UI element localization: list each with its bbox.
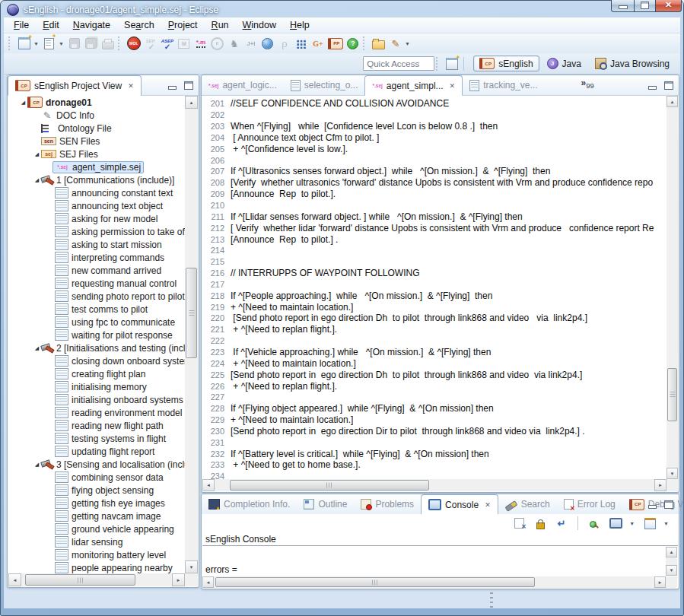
minimize-editor-button[interactable] bbox=[645, 79, 659, 91]
bottom-tab-problems[interactable]: Problems bbox=[354, 494, 421, 514]
tree-item-doc-info[interactable]: ✎DOC Info bbox=[8, 109, 185, 122]
tree-item-updating-flight-report[interactable]: updating flight report bbox=[8, 445, 185, 458]
scroll-right-button[interactable]: ► bbox=[654, 479, 667, 491]
scroll-left-button[interactable]: ◄ bbox=[202, 576, 214, 588]
new-wizard-button[interactable] bbox=[17, 36, 31, 51]
scroll-left-button[interactable]: ◄ bbox=[8, 573, 21, 586]
tree-item-monitoring-battery-level[interactable]: monitoring battery level bbox=[8, 548, 185, 561]
brush-button[interactable]: ✎ bbox=[389, 36, 402, 51]
vscroll-thumb[interactable] bbox=[667, 368, 677, 422]
console-hscrollbar[interactable]: ◄ ► bbox=[202, 576, 666, 588]
perspective-java-browsing[interactable]: Java Browsing bbox=[589, 56, 676, 71]
hscroll-thumb[interactable] bbox=[230, 480, 429, 491]
menu-item-search[interactable]: Search bbox=[117, 18, 161, 32]
e-circle-button[interactable]: E bbox=[211, 36, 224, 51]
new-element-button[interactable] bbox=[43, 36, 56, 51]
tree-item-initialising-memory[interactable]: initialising memory bbox=[8, 380, 185, 393]
tree-expand-icon[interactable]: ◢ bbox=[19, 100, 27, 106]
tree-item-1-communications-include[interactable]: ◢1 [Communications (include)] bbox=[8, 173, 185, 186]
m-document-button[interactable]: M bbox=[177, 36, 191, 51]
maximize-panel-button[interactable] bbox=[662, 498, 676, 510]
pp-book-button[interactable]: PP bbox=[328, 36, 343, 51]
menu-item-edit[interactable]: Edit bbox=[36, 18, 66, 32]
editor-tab-tracking-ve[interactable]: tracking_ve... bbox=[463, 75, 544, 95]
menu-item-project[interactable]: Project bbox=[161, 18, 205, 32]
scroll-right-button[interactable]: ► bbox=[172, 573, 185, 586]
editor-vscrollbar[interactable]: ▲ ▼ bbox=[667, 96, 678, 479]
status-bar-grip[interactable] bbox=[490, 592, 493, 608]
restore-button[interactable] bbox=[635, 0, 655, 12]
close-button[interactable]: ✕ bbox=[655, 0, 682, 12]
close-tab-icon[interactable]: ✕ bbox=[450, 82, 456, 90]
minimize-panel-button[interactable] bbox=[645, 498, 659, 510]
project-tree-vscrollbar[interactable]: ▲ ▼ bbox=[185, 96, 198, 573]
project-tree[interactable]: ◢CPdronage01✎DOC InfoOntology FilesenSEN… bbox=[8, 96, 185, 573]
tree-item-agent-simple-sej[interactable]: *.sejagent_simple.sej bbox=[8, 160, 185, 173]
toolbar-grip[interactable] bbox=[363, 37, 367, 50]
tree-item-3-sensing-and-localisation-include[interactable]: ◢3 [Sensing and localisation (include bbox=[8, 458, 185, 471]
j-to-i-button[interactable]: J+I bbox=[244, 36, 258, 51]
tree-item-ontology-file[interactable]: Ontology File bbox=[8, 122, 185, 135]
editor-overflow-indicator[interactable]: » 99 bbox=[581, 75, 594, 95]
code-editor-area[interactable]: 201//SELF CONFIDENCE AND COLLISION AVOID… bbox=[202, 98, 667, 479]
clear-console-button[interactable] bbox=[512, 516, 526, 531]
bottom-tab-error-log[interactable]: Error Log bbox=[557, 494, 622, 514]
tree-item-waiting-for-pilot-response[interactable]: waiting for pilot response bbox=[8, 329, 185, 341]
editor-tab-agent-simpl[interactable]: *.sejagent_simpl...✕ bbox=[364, 75, 463, 96]
tree-item-sen-files[interactable]: senSEN Files bbox=[8, 135, 185, 148]
tree-item-announcing-constant-text[interactable]: announcing constant text bbox=[8, 186, 185, 199]
hscroll-thumb[interactable] bbox=[215, 577, 535, 587]
tree-item-asking-permission-to-take-off[interactable]: asking permission to take off bbox=[8, 225, 185, 238]
scroll-down-button[interactable]: ▼ bbox=[667, 468, 678, 479]
bottom-tab-search[interactable]: Search bbox=[498, 494, 557, 514]
tree-item-asking-to-start-mission[interactable]: asking to start mission bbox=[8, 238, 185, 251]
tree-item-announcing-text-object[interactable]: announcing text object bbox=[8, 199, 185, 212]
scroll-lock-button[interactable] bbox=[533, 516, 547, 531]
tree-item-dronage01[interactable]: ◢CPdronage01 bbox=[8, 96, 185, 109]
globe-button[interactable] bbox=[261, 36, 275, 51]
menu-item-window[interactable]: Window bbox=[236, 18, 283, 32]
tree-item-ground-vehicle-appearing[interactable]: ground vehicle appearing bbox=[8, 522, 185, 535]
tree-item-people-appearing-nearby[interactable]: people appearing nearby bbox=[8, 561, 185, 573]
tree-item-combining-sensor-data[interactable]: combining sensor data bbox=[8, 471, 185, 484]
perspective-java[interactable]: JJava bbox=[541, 56, 587, 71]
dot-grid-button[interactable] bbox=[294, 36, 308, 51]
save-button[interactable] bbox=[68, 36, 81, 51]
editor-tab-selecting-o[interactable]: selecting_o... bbox=[284, 75, 365, 95]
vscroll-thumb[interactable] bbox=[186, 268, 197, 358]
dropdown-arrow-icon[interactable]: ▼ bbox=[405, 41, 410, 46]
console-output[interactable]: errors = bbox=[202, 547, 666, 576]
tree-item-getting-navcam-image[interactable]: getting navcam image bbox=[8, 510, 185, 522]
menu-item-navigate[interactable]: Navigate bbox=[66, 18, 117, 32]
bottom-tab-completion-info[interactable]: Completion Info. bbox=[202, 494, 297, 514]
dropdown-arrow-icon[interactable]: ▼ bbox=[629, 521, 635, 526]
tree-item-closing-down-onboard-systems[interactable]: closing down onboard systems bbox=[8, 354, 185, 367]
maximize-editor-button[interactable] bbox=[662, 79, 676, 91]
perspective-senglish[interactable]: CPsEnglish bbox=[473, 56, 539, 71]
open-perspective-button[interactable] bbox=[445, 56, 459, 71]
maximize-view-button[interactable] bbox=[182, 79, 196, 91]
scroll-left-button[interactable]: ◄ bbox=[202, 479, 215, 491]
display-console-button[interactable] bbox=[609, 516, 622, 531]
bottom-tab-outline[interactable]: Outline bbox=[297, 494, 354, 514]
save-all-button[interactable] bbox=[84, 36, 98, 51]
tree-item-reading-new-flight-path[interactable]: reading new flight path bbox=[8, 419, 185, 432]
tree-item-2-initialisations-and-testing-include[interactable]: ◢2 [Initialisations and testing (include bbox=[8, 341, 185, 354]
rho-button[interactable]: ρ bbox=[278, 36, 291, 51]
tree-item-sej-files[interactable]: ◢sejSEJ Files bbox=[8, 148, 185, 160]
menu-item-file[interactable]: File bbox=[7, 18, 36, 32]
minimize-view-button[interactable] bbox=[165, 79, 179, 91]
tree-item-getting-fish-eye-images[interactable]: getting fish eye images bbox=[8, 497, 185, 510]
open-folder-button[interactable] bbox=[372, 36, 386, 51]
dropdown-arrow-icon[interactable]: ▼ bbox=[59, 41, 64, 46]
toolbar-grip[interactable] bbox=[118, 37, 122, 50]
toolbar-grip[interactable] bbox=[8, 37, 13, 50]
tree-item-sending-photo-report-to-pilot[interactable]: sending photo report to pilot bbox=[8, 290, 185, 303]
mol-button[interactable]: MOL bbox=[127, 36, 141, 51]
scroll-down-button[interactable]: ▼ bbox=[666, 565, 677, 576]
scroll-down-button[interactable]: ▼ bbox=[185, 560, 198, 573]
dropdown-arrow-icon[interactable]: ▼ bbox=[33, 41, 39, 46]
tree-item-asking-for-new-model[interactable]: asking for new model bbox=[8, 212, 185, 225]
tree-item-interpreting-commands[interactable]: interpreting commands bbox=[8, 251, 185, 264]
help-button[interactable]: ? bbox=[346, 36, 360, 51]
